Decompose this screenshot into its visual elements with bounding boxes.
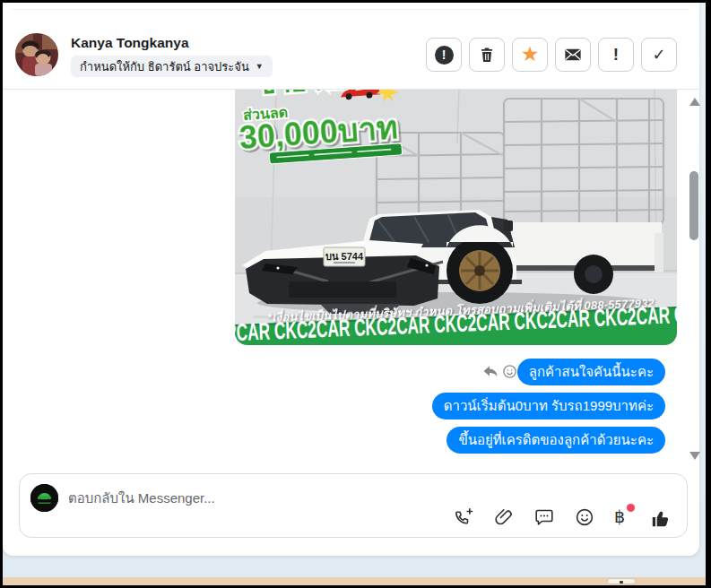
assignee-dropdown[interactable]: กำหนดให้กับ ธิดารัตน์ อาจประจัน ▼ [71, 56, 273, 77]
conversation-header: Kanya Tongkanya กำหนดให้กับ ธิดารัตน์ อา… [3, 3, 699, 90]
start-call-button[interactable] [453, 506, 474, 528]
scrollbar-down-arrow[interactable] [689, 452, 700, 460]
message-bubble[interactable]: ลูกค้าสนใจคันนี้นะคะ [517, 359, 665, 385]
paperclip-icon [493, 506, 515, 528]
thumbs-up-icon [649, 506, 672, 530]
star-button[interactable]: ★ [512, 38, 548, 72]
conversation-panel: Kanya Tongkanya กำหนดให้กับ ธิดารัตน์ อา… [3, 3, 699, 556]
envelope-icon [563, 46, 583, 64]
scrollbar-up-arrow[interactable] [689, 98, 700, 106]
message-text: ขึ้นอยู่ที่เครดิตของลูกค้าด้วยนะคะ [458, 432, 654, 447]
smiley-outline-icon [501, 363, 518, 380]
star-icon: ★ [521, 44, 540, 65]
report-button[interactable]: ! [426, 38, 462, 72]
chevron-down-icon: ▼ [256, 62, 264, 71]
notification-dot [627, 504, 635, 512]
mark-unread-button[interactable] [555, 38, 591, 72]
saved-replies-button[interactable] [533, 506, 555, 528]
screen: Kanya Tongkanya กำหนดให้กับ ธิดารัตน์ อา… [3, 3, 706, 585]
reply-arrow-icon [481, 362, 499, 381]
smiley-icon [574, 506, 595, 528]
reply-button[interactable] [481, 362, 499, 381]
reply-composer[interactable]: ฿ [19, 473, 688, 538]
like-button[interactable] [649, 506, 671, 528]
contact-avatar[interactable] [15, 33, 58, 76]
exclamation-icon: ! [613, 45, 619, 65]
reply-input[interactable] [68, 484, 445, 511]
divider [12, 9, 689, 10]
avatar-photo [15, 33, 58, 76]
message-text: ดาวน์เริ่มต้น0บาท รับรถ1999บาทค่ะ [444, 398, 654, 413]
message-bubble[interactable]: ดาวน์เริ่มต้น0บาท รับรถ1999บาทค่ะ [432, 393, 665, 419]
truck-photo-attachment[interactable]: บน 5744 ขาย-ผ่อน ส่วนลด 30,0 [235, 90, 677, 345]
mark-done-button[interactable]: ✓ [641, 38, 677, 72]
taskbar-item [607, 578, 636, 584]
phone-plus-icon [453, 506, 474, 528]
emoji-button[interactable] [574, 506, 595, 528]
message-text: ลูกค้าสนใจคันนี้นะคะ [529, 364, 654, 379]
attach-file-button[interactable] [493, 506, 515, 528]
report-icon: ! [435, 46, 454, 65]
page-avatar [30, 484, 58, 512]
background-taskbar [3, 577, 706, 585]
header-action-bar: ! ★ [426, 38, 677, 72]
payment-button[interactable]: ฿ [614, 506, 630, 529]
composer-toolbar: ฿ [453, 506, 671, 529]
flag-important-button[interactable]: ! [598, 38, 634, 72]
check-icon: ✓ [652, 45, 665, 65]
baht-icon: ฿ [614, 507, 625, 526]
license-plate: บน 5744 [325, 251, 364, 262]
scrollbar-thumb[interactable] [689, 171, 698, 240]
contact-name: Kanya Tongkanya [71, 35, 189, 51]
trash-icon [478, 46, 496, 64]
taskbar-dot [620, 581, 623, 584]
message-bubble[interactable]: ขึ้นอยู่ที่เครดิตของลูกค้าด้วยนะคะ [447, 427, 665, 454]
comment-dots-icon [533, 506, 555, 528]
assignee-label: กำหนดให้กับ ธิดารัตน์ อาจประจัน [80, 57, 249, 76]
truck-photo: บน 5744 ขาย-ผ่อน ส่วนลด 30,0 [235, 90, 677, 345]
delete-button[interactable] [469, 38, 505, 72]
react-button[interactable] [501, 363, 518, 380]
